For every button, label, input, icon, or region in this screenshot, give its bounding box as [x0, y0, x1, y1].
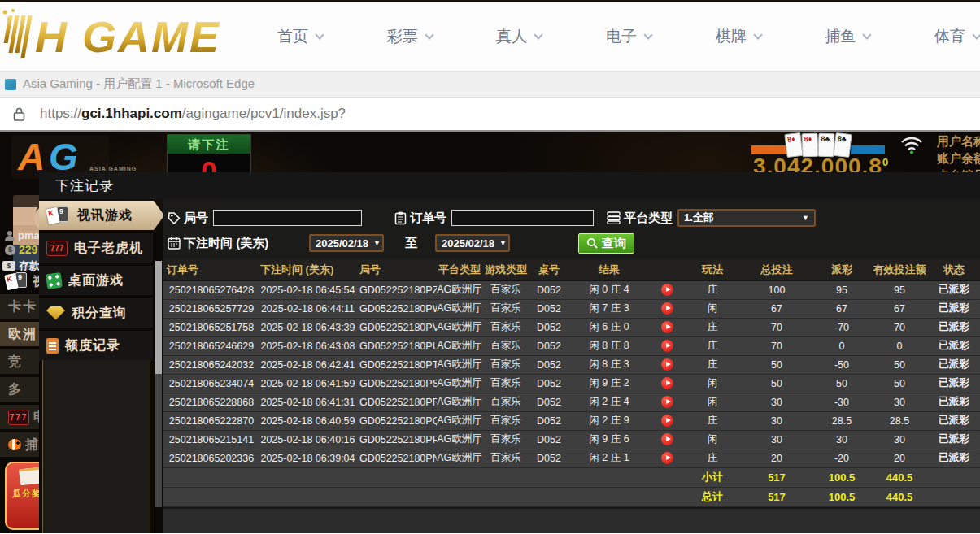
nav-item-sports[interactable]: 体育 — [934, 26, 980, 47]
table-cell: D052 — [529, 430, 568, 449]
order-input[interactable] — [451, 210, 594, 226]
video-cell — [650, 318, 684, 336]
play-button[interactable] — [661, 396, 673, 408]
lobby-menu-item[interactable]: 多 — [0, 377, 39, 402]
promo-text: 瓜分奖金 — [7, 488, 39, 500]
table-cell: 百家乐 — [482, 430, 529, 449]
play-button[interactable] — [661, 321, 673, 333]
nav-item-home[interactable]: 首页 — [277, 26, 323, 47]
lobby-menu-label: 捕鱼王 — [25, 436, 39, 454]
dialog-header: 下注记录 — [39, 172, 980, 199]
lobby-menu-item[interactable]: 欧洲 — [0, 322, 39, 346]
play-button[interactable] — [661, 377, 673, 389]
table-cell: 百家乐 — [482, 280, 529, 299]
sidebar-item-table-games[interactable]: 桌面游戏 — [39, 266, 153, 295]
platform-filter-label: 平台类型 — [624, 211, 673, 226]
table-row: 2502180652466292025-02-18 06:43:08GD0522… — [163, 336, 980, 355]
lobby-menu-item[interactable]: 捕鱼王 — [0, 432, 39, 457]
search-button[interactable]: 查询 — [578, 233, 634, 254]
fish-icon — [8, 439, 21, 450]
sidebar-item-label: 桌面游戏 — [68, 272, 124, 289]
table-row: 2502180652288682025-02-18 06:41:31GD0522… — [163, 393, 980, 411]
nav-item-live[interactable]: 真人 — [496, 26, 542, 47]
table-cell: D052 — [529, 411, 568, 430]
window-titlebar: Asia Gaming - 用户配置 1 - Microsoft Edge — [0, 72, 980, 98]
sidebar-item-quota-records[interactable]: 额度记录 — [39, 331, 153, 360]
lobby-menu-item[interactable]: 卡卡 — [0, 294, 39, 319]
table-cell: GD052252180PR — [355, 393, 437, 411]
table-cell: 250218065257729 — [163, 299, 256, 318]
subtotal-cell — [437, 467, 482, 487]
nav-item-label: 彩票 — [387, 26, 418, 47]
table-cell: 闲 7 庄 3 — [568, 299, 650, 318]
nav-item-electronic[interactable]: 电子 — [606, 26, 651, 47]
search-button-label: 查询 — [602, 236, 626, 251]
site-logo[interactable]: H GAME — [5, 15, 220, 58]
date-from-select[interactable]: 2025/02/18 ▼ — [309, 234, 384, 252]
sidebar-item-label: 电子老虎机 — [74, 240, 143, 257]
table-cell: 已派彩 — [928, 393, 980, 411]
subtotal-cell: 517 — [741, 467, 812, 487]
play-button[interactable] — [661, 452, 673, 464]
table-cell: AG欧洲厅 — [437, 393, 482, 411]
promo-banner[interactable]: 瓜分奖金 — [5, 462, 39, 530]
lobby-menu-item[interactable]: 竞 — [0, 349, 39, 374]
table-cell: 闲 — [684, 374, 741, 393]
column-header: 结果 — [568, 259, 650, 280]
table-cell: 2025-02-18 06:43:39 — [256, 318, 355, 336]
lobby-menu-label: 电子 — [33, 409, 39, 426]
play-button[interactable] — [661, 433, 673, 445]
lobby-menu-item[interactable]: 777电子 — [0, 405, 39, 429]
total-cell — [256, 487, 355, 506]
sidebar-item-slot-machines[interactable]: 777电子老虎机 — [39, 233, 153, 263]
table-cell: 67 — [812, 299, 871, 318]
nav-item-board-games[interactable]: 棋牌 — [716, 26, 761, 47]
playing-card: 8♦ — [784, 132, 803, 158]
total-cell — [568, 487, 650, 506]
play-button[interactable] — [661, 284, 673, 296]
scrollbar-thumb[interactable] — [155, 261, 162, 374]
table-scrollbar[interactable] — [155, 261, 162, 507]
sidebar-lower-panel — [42, 360, 150, 533]
round-input[interactable] — [213, 210, 362, 226]
date-to-select[interactable]: 2025/02/18 ▼ — [435, 234, 510, 252]
total-cell: 440.5 — [871, 487, 928, 506]
table-cell: 70 — [741, 336, 812, 355]
lobby-balance-row: $ 229 — [5, 243, 37, 256]
table-cell: AG欧洲厅 — [437, 299, 482, 318]
nav-item-lottery[interactable]: 彩票 — [387, 26, 433, 47]
dialog-title: 下注记录 — [55, 176, 114, 195]
table-row: 2502180652764282025-02-18 06:45:54GD0522… — [163, 280, 980, 299]
table-cell: AG欧洲厅 — [437, 280, 482, 299]
play-button[interactable] — [661, 358, 673, 371]
table-row: 2502180652420322025-02-18 06:42:41GD0522… — [163, 355, 980, 374]
column-header: 局号 — [355, 259, 437, 280]
table-row: 2502180652340742025-02-18 06:41:59GD0522… — [163, 374, 980, 393]
nav-item-label: 首页 — [277, 26, 308, 47]
chevron-down-icon — [972, 30, 980, 39]
platform-select[interactable]: 1.全部 ▼ — [677, 209, 816, 227]
table-cell: GD052252180PZ — [355, 280, 437, 299]
play-button[interactable] — [661, 340, 673, 352]
table-cell: 闲 — [684, 393, 741, 411]
table-cell: 2025-02-18 06:44:11 — [256, 299, 355, 318]
sidebar-item-points-query[interactable]: 积分查询 — [39, 298, 153, 328]
table-cell: GD052252180PT — [355, 355, 437, 374]
subtotal-cell — [928, 467, 980, 487]
play-button[interactable] — [661, 302, 673, 315]
table-cell: D052 — [529, 393, 568, 411]
table-cell: 已派彩 — [928, 299, 980, 318]
lobby-video-row[interactable]: K9 视 — [5, 271, 39, 292]
url-bar[interactable]: https://gci.1hhapi.com/agingame/pcv1/ind… — [0, 98, 980, 132]
table-cell: AG欧洲厅 — [437, 449, 482, 467]
table-row: 2502180652517582025-02-18 06:43:39GD0522… — [163, 318, 980, 336]
nav-item-label: 棋牌 — [716, 26, 747, 47]
url-text[interactable]: https://gci.1hhapi.com/agingame/pcv1/ind… — [40, 106, 346, 122]
sidebar-item-label: 视讯游戏 — [77, 207, 133, 224]
sidebar-item-video-games[interactable]: K9视讯游戏 — [39, 201, 164, 230]
table-cell: 30 — [741, 393, 812, 411]
play-button[interactable] — [661, 415, 673, 427]
total-cell — [437, 487, 482, 506]
nav-item-fishing[interactable]: 捕鱼 — [825, 26, 870, 47]
cards-icon: K9 — [46, 206, 71, 226]
